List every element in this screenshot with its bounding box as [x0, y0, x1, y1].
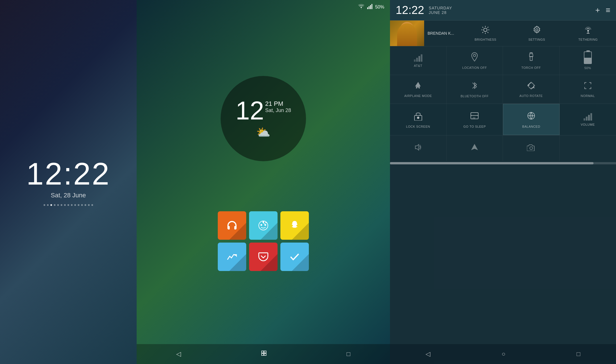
lock-dot: [44, 204, 45, 206]
svg-marker-39: [415, 144, 419, 150]
lock-screen-tile[interactable]: LOCK SCREEN: [390, 104, 447, 135]
svg-point-9: [265, 222, 266, 223]
app-grid: [218, 211, 309, 271]
airplane-label: AIRPLANE MODE: [404, 94, 432, 98]
tethering-label: TETHERING: [578, 38, 598, 41]
toggle-row-1: AT&T LOCATION OFF TORCH OFF: [390, 46, 616, 75]
battery-label: 50%: [584, 66, 591, 70]
svg-rect-13: [264, 353, 266, 355]
widget-hour: 12: [235, 98, 264, 123]
app-pocket[interactable]: [249, 243, 278, 271]
extra-empty: [560, 135, 616, 161]
settings-icon: [533, 26, 541, 36]
notif-day: SATURDAY: [429, 6, 452, 10]
lock-dot: [54, 204, 56, 206]
profile-photo[interactable]: [390, 20, 424, 46]
svg-line-22: [482, 32, 483, 33]
lock-dot: [57, 204, 59, 206]
normal-toggle[interactable]: NORMAL: [560, 75, 616, 104]
sleep-tile[interactable]: zz GO TO SLEEP: [447, 104, 503, 135]
notif-fulldate: JUNE 28: [429, 10, 452, 15]
svg-point-24: [587, 30, 589, 32]
extra-camera[interactable]: [503, 135, 560, 161]
balanced-tile[interactable]: BALANCED: [503, 104, 560, 135]
lock-screen-icon: [413, 111, 423, 123]
app-headphones[interactable]: [218, 211, 246, 240]
torch-toggle[interactable]: TORCH OFF: [503, 46, 560, 75]
scroll-thumb: [390, 162, 594, 164]
recent-button[interactable]: □: [346, 350, 350, 358]
lock-dot: [81, 204, 83, 206]
svg-point-27: [473, 54, 476, 57]
svg-point-5: [260, 224, 262, 226]
lock-dot: [74, 204, 76, 206]
att-toggle[interactable]: AT&T: [390, 46, 447, 75]
notification-header: 12:22 SATURDAY JUNE 28 + ≡: [390, 0, 616, 20]
notif-home-button[interactable]: ○: [502, 350, 505, 358]
svg-point-6: [264, 224, 266, 226]
svg-line-19: [482, 27, 483, 28]
scroll-indicator: [390, 162, 616, 164]
tethering-icon: [584, 26, 592, 36]
camera-icon: [527, 144, 535, 153]
sleep-tile-label: GO TO SLEEP: [463, 125, 486, 128]
battery-toggle[interactable]: 50%: [560, 46, 616, 75]
notif-add-button[interactable]: +: [595, 6, 600, 15]
volume-tile[interactable]: VOLUME: [560, 104, 616, 135]
app-snapchat[interactable]: [280, 211, 309, 240]
bluetooth-toggle[interactable]: BLUETOOTH OFF: [447, 75, 503, 104]
location-toggle[interactable]: LOCATION OFF: [447, 46, 503, 75]
weather-icon: ⛅: [256, 126, 270, 139]
home-screen-panel: 50% 12 21 PM Sat, Jun 28 ⛅: [137, 0, 390, 364]
app-reddit[interactable]: [249, 211, 278, 240]
lock-dot: [78, 204, 79, 206]
lock-dot: [85, 204, 86, 206]
lock-dot: [64, 204, 66, 206]
svg-rect-12: [262, 353, 264, 355]
home-button[interactable]: [260, 350, 267, 358]
lock-screen-tile-label: LOCK SCREEN: [406, 125, 430, 128]
lock-time: 12:22: [26, 158, 110, 189]
lock-dot: [47, 204, 49, 206]
settings-toggle[interactable]: SETTINGS: [525, 26, 548, 41]
svg-rect-0: [367, 7, 368, 9]
app-stocks[interactable]: [218, 243, 246, 271]
extra-row: [390, 135, 616, 161]
att-label: AT&T: [414, 64, 422, 67]
speaker-icon: [414, 143, 422, 153]
brightness-toggle[interactable]: BRIGHTNESS: [474, 26, 497, 41]
lock-dot: [67, 204, 69, 206]
rotate-toggle[interactable]: AUTO ROTATE: [503, 75, 560, 104]
notif-back-button[interactable]: ◁: [426, 350, 430, 358]
nav-icon: [471, 143, 479, 153]
notif-menu-button[interactable]: ≡: [606, 6, 610, 15]
notif-date-block: SATURDAY JUNE 28: [429, 6, 452, 15]
balanced-tile-label: BALANCED: [522, 125, 540, 128]
back-button[interactable]: ◁: [176, 350, 181, 358]
lock-dot-active: [50, 204, 52, 206]
rotate-label: AUTO ROTATE: [520, 94, 543, 98]
widget-date: Sat, Jun 28: [265, 107, 291, 113]
svg-rect-10: [262, 351, 264, 353]
svg-point-14: [484, 28, 487, 32]
extra-nav[interactable]: [447, 135, 503, 161]
lock-dot: [91, 204, 93, 206]
tethering-toggle[interactable]: TETHERING: [577, 26, 599, 41]
notif-recent-button[interactable]: □: [577, 350, 580, 358]
quick-toggles: BRIGHTNESS SETTINGS: [457, 23, 616, 44]
signal-icon: [367, 4, 372, 10]
widget-time-right: 21 PM Sat, Jun 28: [265, 100, 291, 113]
lock-dots: [44, 204, 93, 206]
battery-status: 50%: [375, 5, 384, 10]
airplane-toggle[interactable]: AIRPLANE MODE: [390, 75, 447, 104]
toggle-row-2: AIRPLANE MODE BLUETOOTH OFF: [390, 75, 616, 104]
app-checkmark[interactable]: [280, 243, 309, 271]
brightness-label: BRIGHTNESS: [475, 38, 496, 41]
svg-point-23: [536, 29, 538, 31]
torch-label: TORCH OFF: [521, 66, 541, 69]
battery-icon: [584, 51, 592, 64]
notif-time: 12:22: [396, 4, 424, 16]
extra-speaker[interactable]: [390, 135, 447, 161]
widget-time-display: 12 21 PM Sat, Jun 28: [235, 98, 291, 123]
lock-date: Sat, 28 June: [51, 192, 86, 199]
